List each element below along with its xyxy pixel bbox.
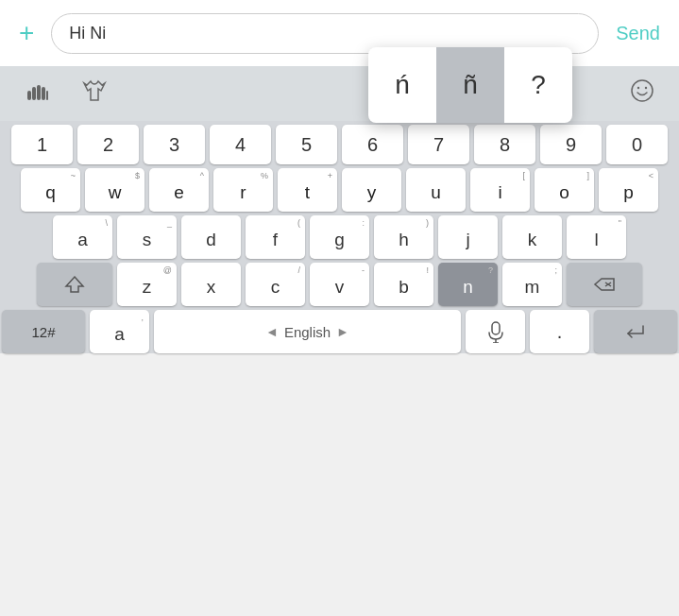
microphone-key[interactable] — [466, 310, 525, 353]
svg-marker-8 — [66, 277, 83, 292]
svg-rect-3 — [42, 87, 45, 100]
keyboard: 1 2 3 4 5 6 7 8 9 0 ~q $w ^e %r +t y u [… — [0, 121, 679, 353]
language-label: English — [284, 324, 331, 340]
svg-point-6 — [637, 87, 639, 89]
svg-rect-1 — [32, 87, 36, 100]
popup-key-n-tilde[interactable]: ñ — [436, 47, 504, 123]
left-arrow-icon: ◄ — [265, 324, 279, 339]
svg-rect-11 — [492, 322, 500, 334]
key-0[interactable]: 0 — [606, 125, 668, 164]
svg-rect-0 — [27, 91, 31, 100]
top-bar: + Send — [0, 0, 679, 66]
svg-point-5 — [632, 80, 653, 101]
shift-icon — [64, 274, 85, 295]
delete-key[interactable] — [567, 263, 642, 306]
svg-rect-4 — [46, 91, 48, 100]
key-p[interactable]: <p — [599, 168, 658, 212]
popup-key-n-acute[interactable]: ń — [368, 47, 436, 123]
key-c[interactable]: /c — [246, 263, 305, 306]
zxcv-row: @z x /c -v !b ? n ;m — [2, 263, 677, 306]
key-3[interactable]: 3 — [144, 125, 205, 164]
popup-key-question[interactable]: ? — [504, 47, 572, 123]
key-g[interactable]: :g — [310, 215, 369, 259]
key-8[interactable]: 8 — [474, 125, 535, 164]
character-popup: ń ñ ? — [368, 47, 572, 123]
svg-rect-2 — [37, 85, 41, 100]
key-a[interactable]: \a — [53, 215, 112, 259]
key-5[interactable]: 5 — [276, 125, 337, 164]
asdf-row: \a _s d (f :g )h j k "l — [2, 215, 677, 259]
key-i[interactable]: [i — [470, 168, 530, 212]
comma-key[interactable]: , a — [90, 310, 149, 353]
key-d[interactable]: d — [181, 215, 241, 259]
key-h[interactable]: )h — [374, 215, 433, 259]
add-button[interactable]: + — [11, 14, 42, 52]
key-2[interactable]: 2 — [77, 125, 139, 164]
key-e[interactable]: ^e — [149, 168, 209, 212]
numbers-symbol-key[interactable]: 12# — [2, 310, 85, 353]
bottom-row: 12# , a ◄ English ► . — [2, 310, 677, 353]
svg-point-7 — [645, 87, 647, 89]
key-f[interactable]: (f — [246, 215, 305, 259]
key-s[interactable]: _s — [117, 215, 177, 259]
emoji-icon[interactable] — [620, 75, 664, 112]
key-1[interactable]: 1 — [11, 125, 73, 164]
key-9[interactable]: 9 — [540, 125, 602, 164]
key-u[interactable]: u — [406, 168, 466, 212]
key-z[interactable]: @z — [117, 263, 177, 306]
keyboard-toolbar — [0, 66, 679, 121]
key-n[interactable]: ? n — [438, 263, 498, 306]
key-q[interactable]: ~q — [21, 168, 80, 212]
key-w[interactable]: $w — [85, 168, 144, 212]
key-k[interactable]: k — [502, 215, 562, 259]
key-l[interactable]: "l — [567, 215, 626, 259]
key-v[interactable]: -v — [310, 263, 369, 306]
sticker-icon[interactable] — [72, 74, 117, 113]
key-x[interactable]: x — [181, 263, 241, 306]
keyboard-settings-icon[interactable] — [15, 74, 60, 113]
key-o[interactable]: ]o — [535, 168, 594, 212]
key-m[interactable]: ;m — [502, 263, 562, 306]
space-key[interactable]: ◄ English ► — [154, 310, 461, 353]
key-j[interactable]: j — [438, 215, 498, 259]
key-r[interactable]: %r — [213, 168, 273, 212]
microphone-icon — [486, 320, 505, 343]
enter-key[interactable] — [594, 310, 677, 353]
key-y[interactable]: y — [342, 168, 401, 212]
key-b[interactable]: !b — [374, 263, 433, 306]
qwerty-row: ~q $w ^e %r +t y u [i ]o <p — [2, 168, 677, 212]
period-key[interactable]: . — [530, 310, 589, 353]
send-button[interactable]: Send — [608, 19, 668, 48]
delete-icon — [593, 275, 616, 294]
key-7[interactable]: 7 — [408, 125, 469, 164]
key-6[interactable]: 6 — [342, 125, 403, 164]
shift-key[interactable] — [37, 263, 112, 306]
right-arrow-icon: ► — [336, 324, 349, 339]
key-t[interactable]: +t — [278, 168, 337, 212]
key-4[interactable]: 4 — [210, 125, 271, 164]
number-row: 1 2 3 4 5 6 7 8 9 0 — [2, 125, 677, 164]
enter-icon — [624, 322, 647, 341]
